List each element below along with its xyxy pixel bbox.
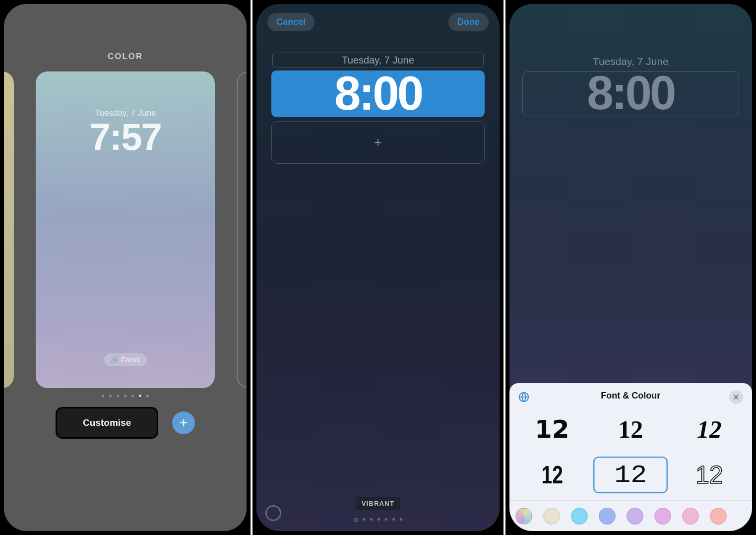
dot — [400, 518, 402, 521]
dot — [363, 518, 365, 521]
colour-swatch-row[interactable] — [509, 500, 752, 531]
dot — [124, 395, 126, 397]
add-wallpaper-button[interactable]: + — [172, 411, 195, 434]
panel1-surface: COLOR Tuesday, 7 June 7:57 🔗 Focus Custo… — [4, 4, 247, 531]
dot — [385, 518, 387, 521]
dot-outline — [354, 518, 358, 522]
link-icon: 🔗 — [111, 356, 119, 364]
style-page-dots — [256, 518, 499, 522]
focus-label: Focus — [121, 356, 140, 364]
dot — [378, 518, 380, 521]
plus-icon: + — [374, 134, 382, 150]
plus-icon: + — [180, 415, 188, 431]
dot — [146, 395, 149, 397]
colour-swatch[interactable] — [571, 508, 588, 525]
dot — [370, 518, 373, 521]
lockscreen-time: 7:57 — [36, 115, 215, 158]
color-style-label: VIBRANT — [356, 497, 400, 510]
font-option-3[interactable]: 12 — [676, 411, 743, 448]
font-option-1[interactable]: 12 — [518, 411, 586, 448]
panel-wallpaper-gallery: COLOR Tuesday, 7 June 7:57 🔗 Focus Custo… — [0, 0, 251, 535]
dot — [131, 395, 134, 397]
colour-swatch-gradient[interactable] — [515, 508, 532, 525]
dot — [102, 395, 104, 397]
wallpaper-peek-next[interactable] — [237, 71, 247, 388]
wallpaper-bottom-actions: Customise + — [4, 407, 247, 439]
font-option-2[interactable]: 12 — [597, 411, 664, 448]
wallpaper-category-label: COLOR — [4, 52, 247, 62]
colour-swatch[interactable] — [654, 508, 671, 525]
colour-swatch[interactable] — [682, 508, 699, 525]
done-button[interactable]: Done — [448, 13, 489, 31]
wallpaper-page-dots — [4, 395, 247, 397]
panel-font-colour: Tuesday, 7 June 8:00 Font & Colour ✕ 12 — [505, 0, 756, 535]
wallpaper-peek-prev[interactable] — [4, 71, 14, 388]
dot — [109, 395, 112, 397]
date-widget-slot[interactable]: Tuesday, 7 June — [272, 53, 483, 67]
lockscreen-time-frame[interactable]: 8:00 — [522, 71, 739, 116]
sheet-title: Font & Colour — [509, 391, 752, 401]
font-options-grid: 12 12 12 12 12 12 — [518, 411, 743, 493]
dot — [392, 518, 395, 521]
colour-swatch[interactable] — [599, 508, 616, 525]
date-text: Tuesday, 7 June — [342, 55, 414, 66]
add-widget-slot[interactable]: + — [271, 121, 484, 164]
dot — [117, 395, 119, 397]
font-option-4[interactable]: 12 — [526, 457, 578, 493]
panel2-surface: Cancel Done Tuesday, 7 June 8:00 + VIBRA… — [256, 4, 499, 531]
editor-top-bar: Cancel Done — [267, 13, 488, 31]
panel-lockscreen-editor: Cancel Done Tuesday, 7 June 8:00 + VIBRA… — [252, 0, 503, 535]
font-colour-sheet: Font & Colour ✕ 12 12 12 12 12 — [509, 383, 752, 531]
colour-swatch[interactable] — [710, 508, 727, 525]
panel3-surface: Tuesday, 7 June 8:00 Font & Colour ✕ 12 — [509, 4, 752, 531]
focus-pill[interactable]: 🔗 Focus — [104, 353, 147, 366]
cancel-button[interactable]: Cancel — [267, 13, 315, 31]
wallpaper-preview-card[interactable]: Tuesday, 7 June 7:57 🔗 Focus — [36, 71, 215, 388]
customise-button[interactable]: Customise — [56, 407, 158, 439]
dot-active — [139, 395, 141, 397]
font-option-5-selected[interactable]: 12 — [593, 457, 668, 493]
colour-swatch[interactable] — [543, 508, 560, 525]
font-option-6[interactable]: 12 — [676, 457, 743, 493]
time-widget-selected[interactable]: 8:00 — [271, 70, 484, 117]
colour-swatch[interactable] — [627, 508, 643, 525]
